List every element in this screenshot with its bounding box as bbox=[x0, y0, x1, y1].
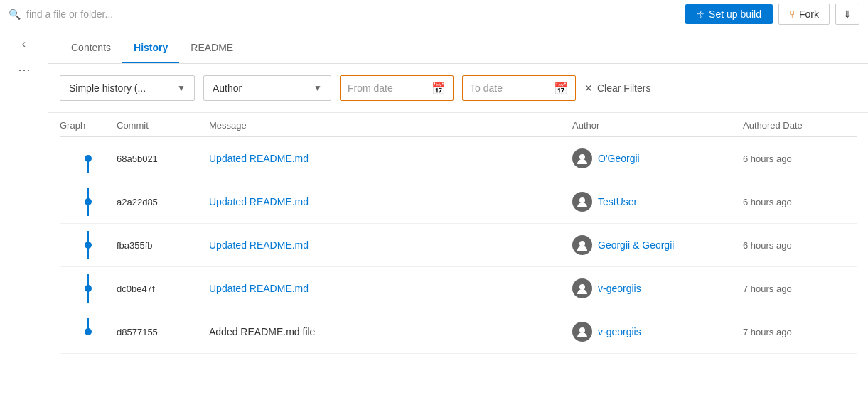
commit-hash: 68a5b021 bbox=[117, 153, 209, 164]
filters-row: Simple history (... ▼ Author ▼ From date… bbox=[48, 64, 868, 113]
content-area: Contents History README Simple history (… bbox=[48, 28, 868, 412]
author-dropdown[interactable]: Author ▼ bbox=[203, 75, 331, 101]
author-cell: O'Georgii bbox=[572, 148, 743, 168]
clear-filters-button[interactable]: ✕ Clear Filters bbox=[584, 82, 650, 94]
col-commit: Commit bbox=[117, 120, 209, 131]
authored-date: 6 hours ago bbox=[743, 153, 857, 164]
table-row: a2a22d85Updated README.mdTestUser6 hours… bbox=[60, 180, 857, 224]
table-row: d8577155Added README.md filev-georgiis7 … bbox=[60, 310, 857, 354]
svg-point-2 bbox=[579, 241, 585, 246]
setup-build-icon: ♱ bbox=[697, 9, 704, 20]
commit-dot bbox=[85, 242, 92, 249]
author-cell: v-georgiis bbox=[572, 278, 743, 298]
fork-icon: ⑂ bbox=[789, 9, 795, 20]
commits-table: Graph Commit Message Author Authored Dat… bbox=[48, 113, 868, 412]
search-area: 🔍 find a file or folder... bbox=[9, 9, 113, 20]
svg-point-3 bbox=[579, 284, 585, 290]
commit-hash: dc0be47f bbox=[117, 283, 209, 294]
author-cell: TestUser bbox=[572, 192, 743, 212]
commit-graph-cell bbox=[60, 231, 117, 259]
commit-graph-cell bbox=[60, 144, 117, 173]
tabs-bar: Contents History README bbox=[48, 28, 868, 64]
fork-button[interactable]: ⑂ Fork bbox=[778, 4, 830, 25]
search-icon: 🔍 bbox=[9, 9, 21, 20]
graph-container bbox=[81, 231, 95, 259]
author-name[interactable]: v-georgiis bbox=[598, 326, 641, 337]
top-bar-actions: ♱ Set up build ⑂ Fork ⇓ bbox=[685, 4, 859, 25]
top-bar: 🔍 find a file or folder... ♱ Set up buil… bbox=[0, 0, 868, 28]
col-graph: Graph bbox=[60, 120, 117, 131]
avatar bbox=[572, 322, 592, 342]
commit-dot bbox=[85, 155, 92, 162]
commit-graph-cell bbox=[60, 188, 117, 216]
commit-message-cell[interactable]: Updated README.md bbox=[209, 283, 572, 294]
authored-date: 6 hours ago bbox=[743, 240, 857, 251]
table-row: dc0be47fUpdated README.mdv-georgiis7 hou… bbox=[60, 267, 857, 310]
download-icon: ⇓ bbox=[843, 9, 852, 20]
setup-build-button[interactable]: ♱ Set up build bbox=[685, 4, 773, 24]
commit-dot bbox=[85, 198, 92, 205]
download-button[interactable]: ⇓ bbox=[835, 4, 859, 25]
commit-dot bbox=[85, 285, 92, 292]
commit-graph-cell bbox=[60, 318, 117, 346]
commit-message-cell[interactable]: Updated README.md bbox=[209, 153, 572, 164]
clear-filters-x-icon: ✕ bbox=[584, 82, 593, 94]
svg-point-1 bbox=[579, 197, 585, 203]
fork-label: Fork bbox=[799, 9, 819, 20]
graph-container bbox=[81, 188, 95, 216]
history-type-dropdown[interactable]: Simple history (... ▼ bbox=[60, 75, 195, 101]
tab-readme[interactable]: README bbox=[179, 33, 245, 63]
commit-dot bbox=[85, 328, 92, 335]
svg-point-4 bbox=[579, 327, 585, 333]
from-date-picker[interactable]: From date 📅 bbox=[340, 75, 454, 101]
clear-filters-label: Clear Filters bbox=[597, 82, 650, 94]
authored-date: 6 hours ago bbox=[743, 197, 857, 207]
main-layout: ‹ ⋯ Contents History README Simple histo… bbox=[0, 28, 868, 412]
author-name[interactable]: O'Georgii bbox=[598, 153, 640, 164]
table-row: 68a5b021Updated README.mdO'Georgii6 hour… bbox=[60, 137, 857, 180]
col-authored-date: Authored Date bbox=[743, 120, 857, 131]
commit-graph-cell bbox=[60, 274, 117, 303]
calendar-icon-from: 📅 bbox=[432, 82, 446, 95]
commit-message-cell[interactable]: Updated README.md bbox=[209, 196, 572, 207]
author-label: Author bbox=[213, 82, 242, 94]
avatar bbox=[572, 148, 592, 168]
from-date-placeholder: From date bbox=[348, 82, 426, 94]
author-name[interactable]: TestUser bbox=[598, 196, 637, 207]
table-row: fba355fbUpdated README.mdGeorgii & Georg… bbox=[60, 224, 857, 267]
chevron-down-icon: ▼ bbox=[177, 83, 186, 93]
sidebar-collapse-button[interactable]: ‹ bbox=[13, 34, 36, 54]
author-name[interactable]: Georgii & Georgii bbox=[598, 239, 674, 251]
graph-container bbox=[81, 274, 95, 303]
author-cell: v-georgiis bbox=[572, 322, 743, 342]
authored-date: 7 hours ago bbox=[743, 327, 857, 337]
commit-hash: d8577155 bbox=[117, 327, 209, 337]
col-message: Message bbox=[209, 120, 572, 131]
avatar bbox=[572, 278, 592, 298]
to-date-picker[interactable]: To date 📅 bbox=[462, 75, 576, 101]
col-author: Author bbox=[572, 120, 743, 131]
graph-container bbox=[81, 144, 95, 173]
author-cell: Georgii & Georgii bbox=[572, 235, 743, 255]
author-name[interactable]: v-georgiis bbox=[598, 283, 641, 294]
authored-date: 7 hours ago bbox=[743, 283, 857, 294]
to-date-placeholder: To date bbox=[470, 82, 548, 94]
avatar bbox=[572, 235, 592, 255]
sidebar-more-button[interactable]: ⋯ bbox=[11, 60, 37, 80]
tab-history[interactable]: History bbox=[122, 33, 179, 63]
svg-point-0 bbox=[579, 154, 585, 160]
graph-container bbox=[81, 318, 95, 346]
setup-build-label: Set up build bbox=[709, 9, 761, 20]
commit-message-cell: Added README.md file bbox=[209, 326, 572, 337]
commit-hash: fba355fb bbox=[117, 240, 209, 251]
chevron-down-icon-author: ▼ bbox=[314, 83, 322, 93]
calendar-icon-to: 📅 bbox=[554, 82, 568, 95]
table-header: Graph Commit Message Author Authored Dat… bbox=[60, 113, 857, 137]
rows-container: 68a5b021Updated README.mdO'Georgii6 hour… bbox=[60, 137, 857, 354]
search-placeholder: find a file or folder... bbox=[26, 9, 113, 20]
history-type-label: Simple history (... bbox=[69, 82, 146, 94]
commit-message-cell[interactable]: Updated README.md bbox=[209, 239, 572, 251]
avatar bbox=[572, 192, 592, 212]
tab-contents[interactable]: Contents bbox=[60, 33, 122, 63]
commit-hash: a2a22d85 bbox=[117, 197, 209, 207]
